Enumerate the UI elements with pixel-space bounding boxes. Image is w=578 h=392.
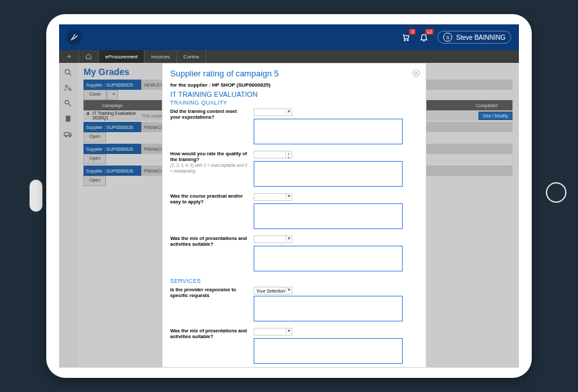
modal-title: Supplier rating of campaign 5	[170, 69, 418, 78]
svg-point-1	[407, 40, 408, 41]
user-name: Steve BAINNING	[456, 34, 505, 41]
q2-textarea[interactable]	[254, 161, 403, 187]
avatar: S	[443, 33, 452, 42]
modal-subtitle: for the supplier : HP SHOP (SUP0000825)	[170, 82, 418, 88]
section-training-quality: TRAINING QUALITY	[170, 99, 418, 106]
q3-textarea[interactable]	[254, 203, 403, 229]
content-area: My Grades Supplier : SUP0000825 HEWLETT …	[59, 63, 519, 368]
q1-select[interactable]	[254, 108, 292, 116]
nav-contracts[interactable]: Contra	[177, 50, 206, 63]
q4-label: Was the mix of presentations and activit…	[170, 235, 247, 277]
q3-select[interactable]	[254, 193, 292, 201]
q5-textarea[interactable]	[254, 296, 403, 321]
tablet-frame: 3 12 S Steve BAINNING eProcurement Invoi…	[46, 14, 532, 378]
modal-close-button[interactable]	[412, 69, 421, 78]
cart-badge: 3	[409, 29, 416, 35]
notifications-button[interactable]: 12	[419, 33, 428, 42]
nav-forward[interactable]	[59, 50, 79, 63]
app-logo[interactable]	[67, 30, 82, 45]
q5-select[interactable]: Your Selection	[254, 287, 292, 294]
close-icon	[412, 69, 421, 78]
q1-label: Did the training content meet your expec…	[170, 108, 247, 149]
q4-select[interactable]	[254, 235, 292, 243]
user-menu[interactable]: S Steve BAINNING	[437, 31, 511, 44]
q1-textarea[interactable]	[254, 119, 403, 144]
q6-textarea[interactable]	[254, 338, 403, 364]
q6-select[interactable]	[254, 328, 292, 336]
tablet-side-button-left	[30, 180, 42, 212]
section-services: SERVICES	[170, 278, 418, 284]
modal-heading: IT TRAINING EVALUATION	[170, 90, 418, 98]
q5-label: Is the provider responsive to specific r…	[170, 287, 247, 327]
main-nav: eProcurement Invoices Contra	[59, 50, 519, 63]
tablet-home-button	[546, 182, 566, 203]
q3-label: Was the course practical and/or easy to …	[170, 193, 247, 234]
nav-eprocurement[interactable]: eProcurement	[99, 50, 144, 63]
svg-point-0	[405, 40, 406, 41]
notifications-badge: 12	[425, 29, 434, 35]
q2-label: How would you rate the quality of the tr…	[170, 151, 247, 192]
app-topbar: 3 12 S Steve BAINNING	[59, 24, 519, 50]
screen: 3 12 S Steve BAINNING eProcurement Invoi…	[59, 24, 519, 368]
nav-home[interactable]	[79, 50, 99, 63]
nav-invoices[interactable]: Invoices	[144, 50, 177, 63]
q4-textarea[interactable]	[254, 246, 403, 271]
q6-label: Was the mix of presentations and activit…	[170, 328, 247, 368]
home-icon	[85, 53, 92, 60]
q2-number-input[interactable]: ▴▾	[254, 151, 292, 158]
arrow-right-icon	[66, 53, 72, 60]
cart-button[interactable]: 3	[401, 33, 410, 42]
rating-modal: Supplier rating of campaign 5 for the su…	[162, 63, 426, 368]
